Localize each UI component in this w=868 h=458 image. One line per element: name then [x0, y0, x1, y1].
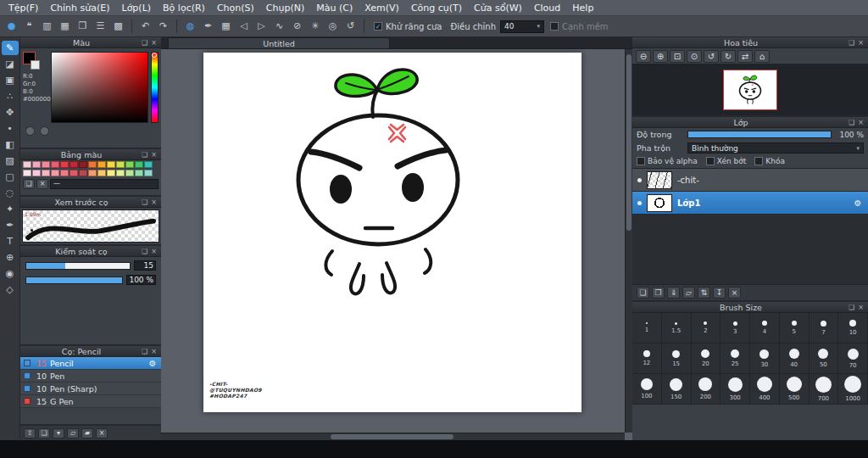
- palette-swatch[interactable]: [60, 170, 69, 176]
- palette-swatch[interactable]: [144, 161, 153, 168]
- zoom-fit-icon[interactable]: ⊡: [670, 50, 685, 63]
- palette-swatch[interactable]: [51, 170, 59, 176]
- brush-size-option[interactable]: 50: [810, 344, 839, 374]
- layer-row[interactable]: Lớp1 ⚙: [632, 192, 868, 215]
- palette-swatch[interactable]: [135, 170, 143, 176]
- delete-brush-icon[interactable]: ×: [96, 428, 108, 438]
- brush-menu-icon[interactable]: ▾: [53, 428, 64, 438]
- hand-tool[interactable]: ◇: [2, 282, 19, 297]
- gear-icon[interactable]: ⚙: [853, 198, 863, 208]
- adjust-dropdown[interactable]: 40 ▾: [500, 20, 544, 33]
- popout-icon[interactable]: ❏: [140, 246, 149, 257]
- brush-size-option[interactable]: 300: [721, 374, 750, 405]
- delete-swatch-button[interactable]: ×: [36, 179, 48, 189]
- brush-size-option[interactable]: 1.5: [662, 313, 692, 344]
- duplicate-layer-icon[interactable]: ❐: [652, 287, 665, 299]
- dot-pen-tool[interactable]: •: [2, 121, 19, 136]
- navigator-view[interactable]: [632, 64, 868, 115]
- palette-swatch[interactable]: [144, 170, 153, 176]
- brush-size-option[interactable]: 2: [692, 313, 721, 344]
- eraser-tool[interactable]: ◪: [2, 57, 19, 71]
- brush-size-option[interactable]: 15: [662, 344, 692, 374]
- hue-slider-handle[interactable]: [152, 53, 157, 58]
- palette-swatch[interactable]: [79, 161, 87, 168]
- palette-swatch[interactable]: [23, 161, 31, 168]
- palette-swatch[interactable]: [88, 170, 97, 176]
- brush-size-option[interactable]: 400: [750, 374, 780, 405]
- snap-radial-icon[interactable]: ✳: [307, 19, 323, 34]
- brush-size-option[interactable]: 20: [692, 344, 721, 374]
- palette-swatch[interactable]: [116, 161, 125, 168]
- brush-size-option[interactable]: 12: [632, 344, 662, 374]
- palette-swatch[interactable]: [51, 161, 59, 168]
- close-icon[interactable]: ×: [149, 346, 159, 357]
- vertical-scrollbar-handle[interactable]: [626, 54, 632, 231]
- zoom-actual-icon[interactable]: ⊙: [687, 50, 702, 63]
- brush-size-option[interactable]: 7: [810, 313, 839, 344]
- brush-size-option[interactable]: 500: [780, 374, 810, 405]
- hue-slider[interactable]: [151, 52, 159, 123]
- pen-tool[interactable]: ✒: [2, 218, 19, 232]
- menu-item[interactable]: Bộ lọc(R): [157, 0, 211, 16]
- lasso-tool[interactable]: ◌: [2, 186, 19, 200]
- saturation-value-picker[interactable]: [51, 52, 148, 123]
- delete-layer-icon[interactable]: ×: [728, 287, 741, 299]
- menu-item[interactable]: Lớp(L): [116, 0, 158, 16]
- transfer-layer-icon[interactable]: ↧: [713, 287, 726, 299]
- close-icon[interactable]: ×: [149, 149, 159, 160]
- eyedropper-tool[interactable]: ◉: [2, 266, 19, 281]
- reorder-layer-icon[interactable]: ⇅: [698, 287, 710, 299]
- palette-swatch[interactable]: [107, 170, 115, 176]
- color-wheel-button[interactable]: [25, 126, 35, 136]
- palette-swatch[interactable]: [88, 161, 97, 168]
- palette-swatch[interactable]: [116, 170, 125, 176]
- undo-button[interactable]: ↶: [137, 19, 153, 34]
- gear-icon[interactable]: ⚙: [147, 359, 158, 368]
- rotate-cw-icon[interactable]: ↻: [721, 50, 736, 63]
- snap-ellipse-icon[interactable]: ◎: [325, 19, 341, 34]
- brush-size-option[interactable]: 150: [662, 374, 692, 405]
- palette-swatch[interactable]: [125, 170, 134, 176]
- vertical-scrollbar[interactable]: [625, 49, 632, 433]
- menu-item[interactable]: Công cụ(T): [405, 0, 468, 16]
- add-swatch-button[interactable]: ❏: [23, 179, 35, 189]
- brush-size-slider[interactable]: [25, 262, 131, 270]
- palette-swatch[interactable]: [70, 161, 78, 168]
- menu-item[interactable]: Màu (C): [310, 0, 359, 16]
- rotate-reset-icon[interactable]: ↺: [342, 19, 359, 34]
- close-icon[interactable]: ×: [149, 246, 159, 257]
- comment-tool-icon[interactable]: ❝: [21, 19, 37, 34]
- menu-item[interactable]: Chụp(N): [260, 0, 310, 16]
- new-brush-icon[interactable]: ❏: [38, 428, 50, 438]
- palette-swatch[interactable]: [60, 161, 69, 168]
- merge-down-icon[interactable]: ⇓: [667, 287, 680, 299]
- menu-item[interactable]: Xem(V): [359, 0, 405, 16]
- navigator-thumbnail[interactable]: [723, 70, 777, 110]
- brush-size-option[interactable]: 70: [838, 344, 868, 374]
- palette-swatch[interactable]: [32, 161, 41, 168]
- pattern-icon[interactable]: ▩: [110, 19, 126, 34]
- brush-size-option[interactable]: 700: [810, 374, 839, 405]
- color-bar-button[interactable]: [40, 126, 49, 136]
- menu-item[interactable]: Chỉnh sửa(E): [44, 0, 115, 16]
- pixel-grid-icon[interactable]: ▦: [218, 19, 234, 34]
- stamp-tool[interactable]: ▣: [2, 73, 19, 87]
- palette-swatch[interactable]: [107, 161, 115, 168]
- curve-icon[interactable]: ∿: [271, 19, 287, 34]
- palette-swatch[interactable]: [125, 161, 134, 168]
- palette-swatch[interactable]: [23, 170, 31, 176]
- brush-list-item[interactable]: 10 Pen: [20, 370, 161, 383]
- import-brush-icon[interactable]: ⇧: [24, 428, 36, 438]
- rotate-ccw-icon[interactable]: ↺: [704, 50, 719, 63]
- palette-swatch[interactable]: [32, 170, 41, 176]
- adjust-panel-icon[interactable]: ☰: [92, 19, 108, 34]
- palette-swatch[interactable]: [135, 161, 143, 168]
- canvas-viewport[interactable]: -CHIT-@TUQUYNHDAO9#HODAP247: [161, 49, 632, 440]
- brush-size-option[interactable]: 25: [721, 344, 750, 374]
- brush-size-value[interactable]: 15: [134, 260, 156, 271]
- popout-icon[interactable]: ❏: [140, 37, 149, 48]
- prev-icon[interactable]: ◁: [236, 19, 252, 34]
- brush-tool[interactable]: ✎: [2, 41, 19, 55]
- text-tool[interactable]: T: [2, 234, 19, 249]
- close-icon[interactable]: ×: [856, 302, 865, 313]
